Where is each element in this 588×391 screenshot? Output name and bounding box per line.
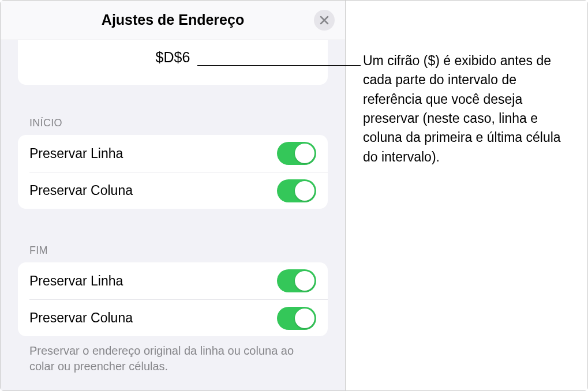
panel-title: Ajustes de Endereço bbox=[102, 12, 244, 28]
toggle-preserve-row-start[interactable] bbox=[277, 142, 316, 165]
callout-line bbox=[197, 65, 361, 66]
row-preserve-column-start: Preservar Coluna bbox=[29, 172, 328, 209]
row-label: Preservar Coluna bbox=[29, 310, 133, 326]
toggle-preserve-column-end[interactable] bbox=[277, 307, 316, 330]
panel-header: Ajustes de Endereço bbox=[1, 1, 345, 40]
row-label: Preservar Linha bbox=[29, 146, 123, 161]
section-label-end: FIM bbox=[18, 245, 328, 257]
row-preserve-row-end: Preservar Linha bbox=[18, 262, 328, 299]
close-button[interactable] bbox=[314, 10, 335, 31]
row-label: Preservar Linha bbox=[29, 273, 123, 289]
row-preserve-row-start: Preservar Linha bbox=[18, 135, 328, 172]
settings-group-end: Preservar Linha Preservar Coluna bbox=[18, 262, 328, 336]
toggle-preserve-column-start[interactable] bbox=[277, 179, 316, 202]
toggle-knob bbox=[295, 309, 314, 328]
settings-panel: Ajustes de Endereço $D$6 INÍCIO Preserva… bbox=[1, 1, 346, 390]
toggle-knob bbox=[295, 181, 314, 201]
cell-reference-value: $D$6 bbox=[156, 49, 190, 66]
toggle-knob bbox=[295, 144, 314, 163]
section-label-start: INÍCIO bbox=[18, 117, 328, 129]
row-preserve-column-end: Preservar Coluna bbox=[29, 299, 328, 336]
close-icon bbox=[320, 16, 329, 25]
annotation-text: Um cifrão ($) é exibido antes de cada pa… bbox=[363, 51, 576, 167]
row-label: Preservar Coluna bbox=[29, 183, 133, 198]
settings-group-start: Preservar Linha Preservar Coluna bbox=[18, 135, 328, 209]
toggle-preserve-row-end[interactable] bbox=[277, 269, 316, 292]
cell-reference-display: $D$6 bbox=[18, 40, 328, 85]
footer-description: Preservar o endereço original da linha o… bbox=[18, 336, 328, 374]
toggle-knob bbox=[295, 271, 314, 291]
annotation-area: Um cifrão ($) é exibido antes de cada pa… bbox=[346, 1, 587, 390]
